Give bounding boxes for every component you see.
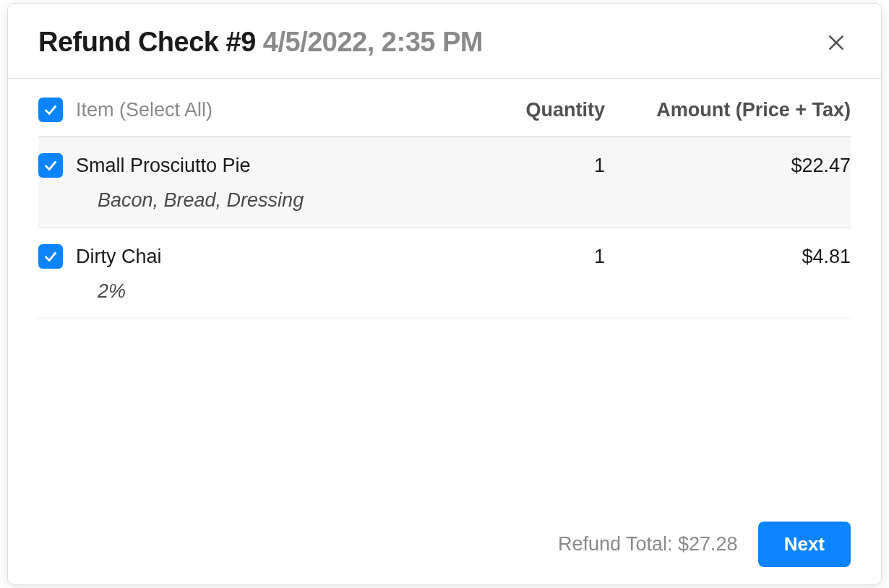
table-header: Item (Select All) Quantity Amount (Price…	[38, 79, 851, 137]
modal-title: Refund Check #9	[38, 27, 256, 58]
select-all-checkbox[interactable]	[38, 98, 63, 122]
table-row[interactable]: Dirty Chai1$4.812%	[38, 228, 851, 319]
item-quantity: 1	[460, 155, 605, 177]
modal-header: Refund Check #9 4/5/2022, 2:35 PM	[8, 4, 881, 79]
refund-modal: Refund Check #9 4/5/2022, 2:35 PM Item (…	[7, 3, 882, 585]
close-icon	[827, 33, 846, 52]
refund-total-label: Refund Total:	[558, 533, 673, 555]
check-icon	[43, 157, 59, 173]
table-body: Small Prosciutto Pie1$22.47Bacon, Bread,…	[38, 137, 851, 319]
column-header-amount: Amount (Price + Tax)	[605, 99, 851, 121]
row-checkbox[interactable]	[38, 153, 63, 178]
modal-footer: Refund Total: $27.28 Next	[8, 504, 881, 584]
row-checkbox[interactable]	[38, 244, 63, 269]
item-name: Dirty Chai	[63, 246, 460, 268]
item-name: Small Prosciutto Pie	[63, 155, 460, 177]
column-header-quantity: Quantity	[460, 99, 605, 121]
item-modifiers: 2%	[38, 269, 851, 303]
item-amount: $22.47	[605, 155, 851, 177]
item-amount: $4.81	[605, 246, 851, 268]
check-icon	[43, 102, 59, 118]
item-quantity: 1	[460, 246, 605, 268]
column-header-item[interactable]: Item (Select All)	[63, 99, 460, 121]
check-icon	[43, 248, 59, 264]
modal-content: Item (Select All) Quantity Amount (Price…	[8, 79, 881, 504]
refund-total-value: $27.28	[678, 533, 738, 555]
table-row[interactable]: Small Prosciutto Pie1$22.47Bacon, Bread,…	[38, 137, 851, 228]
refund-total: Refund Total: $27.28	[558, 533, 738, 555]
modal-timestamp: 4/5/2022, 2:35 PM	[263, 27, 483, 58]
close-button[interactable]	[822, 28, 851, 57]
item-modifiers: Bacon, Bread, Dressing	[38, 178, 851, 212]
next-button[interactable]: Next	[758, 522, 851, 567]
header-title-group: Refund Check #9 4/5/2022, 2:35 PM	[38, 27, 483, 58]
